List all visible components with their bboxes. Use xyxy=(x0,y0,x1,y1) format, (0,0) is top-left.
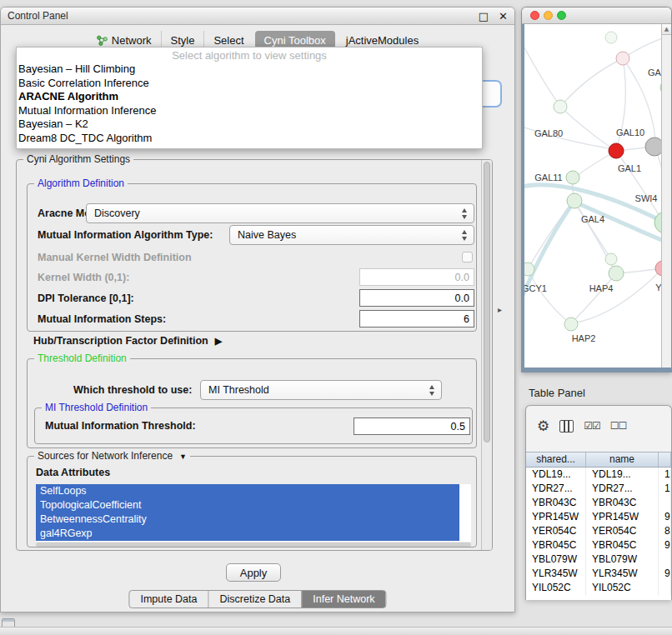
settings-vertical-scrollbar[interactable] xyxy=(481,160,492,550)
sources-toggle[interactable]: Sources for Network Inference▼ xyxy=(34,450,190,463)
table-row[interactable]: YER054CYER054C8. xyxy=(526,524,671,538)
hub-definition-label: Hub/Transcription Factor Definition xyxy=(33,335,208,347)
manual-kernel-checkbox[interactable] xyxy=(462,252,473,262)
data-attribute-item-selfloops[interactable]: SelfLoops xyxy=(36,484,459,498)
aracne-mode-select[interactable]: Discovery xyxy=(86,203,474,223)
table-cell: 12 xyxy=(659,482,671,496)
column-header-shared[interactable]: shared... xyxy=(526,452,586,467)
column-header-blank[interactable] xyxy=(659,452,671,467)
table-cell: YDR27... xyxy=(586,482,659,496)
node-label: Y xyxy=(655,282,661,292)
settings-group-title: Cyni Algorithm Settings xyxy=(23,153,133,166)
network-canvas[interactable]: GAL80GALGAL10GAL11SWI4GAL4GCY1HAP4YHAP2G… xyxy=(524,24,661,368)
data-attribute-item-topologicalcoefficient[interactable]: TopologicalCoefficient xyxy=(36,498,459,512)
algorithm-option-aracne-algorithm[interactable]: ARACNE Algorithm xyxy=(17,90,482,104)
network-node[interactable] xyxy=(645,138,661,156)
table-row[interactable]: YBR045CYBR045C9. xyxy=(526,538,671,552)
table-cell xyxy=(659,552,671,567)
threshold-type-select[interactable]: MI Threshold xyxy=(200,380,442,400)
float-window-icon[interactable]: □ xyxy=(479,10,489,22)
minimize-traffic-light-icon[interactable] xyxy=(544,11,553,20)
mi-type-label: Mutual Information Algorithm Type: xyxy=(38,225,213,245)
node-label: GAL80 xyxy=(534,128,563,138)
algorithm-option-mutual-information-inference[interactable]: Mutual Information Inference xyxy=(17,104,482,118)
mi-steps-input[interactable] xyxy=(359,310,474,328)
table-cell: YER054C xyxy=(526,524,586,538)
dpi-tolerance-label: DPI Tolerance [0,1]: xyxy=(38,288,134,308)
mi-type-value: Naive Bayes xyxy=(238,226,296,244)
table-row[interactable]: YPR145WYPR145W9. xyxy=(526,510,671,524)
cyni-algorithm-settings-group: Cyni Algorithm Settings Algorithm Defini… xyxy=(16,159,493,551)
network-node-gal4[interactable] xyxy=(567,193,582,208)
network-node-swi4[interactable] xyxy=(654,212,661,233)
table-cell: 13 xyxy=(659,468,671,482)
table-cell: YIL052C xyxy=(526,581,586,595)
table-row[interactable]: YBR043CYBR043C xyxy=(526,496,671,510)
table-cell: YDL19... xyxy=(526,468,586,482)
bottom-tab-infer-network[interactable]: Infer Network xyxy=(301,591,385,608)
table-cell: YDL19... xyxy=(586,468,659,482)
algorithm-definition-title: Algorithm Definition xyxy=(34,178,128,190)
column-header-name[interactable]: name xyxy=(586,452,659,467)
scrollbar-thumb[interactable] xyxy=(484,162,490,442)
algorithm-option-bayesian-hill-climbing[interactable]: Bayesian – Hill Climbing xyxy=(17,62,482,77)
algorithm-option-dream8-dc-tdc-algorithm[interactable]: Dream8 DC_TDC Algorithm xyxy=(17,132,482,146)
hub-definition-toggle[interactable]: Hub/Transcription Factor Definition▶ xyxy=(33,335,222,347)
table-row[interactable]: YDR27...YDR27...12 xyxy=(526,482,671,496)
network-node-hap4[interactable] xyxy=(609,266,624,281)
bottom-tab-impute-data[interactable]: Impute Data xyxy=(129,591,208,608)
table-header-row: shared...name xyxy=(526,452,671,468)
table-row[interactable]: YLR345WYLR345W9. xyxy=(526,567,671,581)
gear-icon[interactable]: ⚙ xyxy=(537,419,549,433)
network-window-titlebar xyxy=(522,8,671,24)
table-cell: YBR045C xyxy=(526,538,586,552)
bottom-panel-edge xyxy=(0,627,672,635)
mi-threshold-title: MI Threshold Definition xyxy=(42,402,151,414)
network-node-gcy1[interactable] xyxy=(524,262,534,276)
cyni-bottom-tabs: Impute DataDiscretize DataInfer Network xyxy=(128,590,386,608)
list-horizontal-scrollbar[interactable] xyxy=(36,542,471,547)
deselect-all-columns-icon[interactable]: ☐☐ xyxy=(610,421,627,431)
apply-button[interactable]: Apply xyxy=(226,563,281,582)
close-traffic-light-icon[interactable] xyxy=(530,11,539,20)
network-node-gal80[interactable] xyxy=(554,100,567,113)
scroll-up-icon[interactable]: ▲ xyxy=(662,24,671,35)
data-attributes-label: Data Attributes xyxy=(36,467,110,478)
network-node-gal11[interactable] xyxy=(566,171,579,184)
aracne-mode-value: Discovery xyxy=(94,204,140,222)
select-all-columns-icon[interactable]: ☑☑ xyxy=(584,421,600,431)
algorithm-option-basic-correlation-inference[interactable]: Basic Correlation Inference xyxy=(17,77,482,91)
network-view-window: GAL80GALGAL10GAL11SWI4GAL4GCY1HAP4YHAP2G… xyxy=(521,7,672,372)
zoom-traffic-light-icon[interactable] xyxy=(557,11,566,20)
network-icon xyxy=(97,35,108,46)
data-attribute-item-gal4rgexp[interactable]: gal4RGexp xyxy=(36,527,459,541)
table-cell: YPR145W xyxy=(586,510,659,524)
node-label: HAP2 xyxy=(572,333,596,343)
network-node[interactable] xyxy=(605,32,617,43)
network-node[interactable] xyxy=(605,253,617,265)
network-node-gal10[interactable] xyxy=(609,143,624,158)
network-node-y[interactable] xyxy=(655,261,661,276)
table-row[interactable]: YDL19...YDL19...13 xyxy=(526,468,671,482)
window-title: Control Panel xyxy=(8,8,68,25)
panel-splitter-arrow-icon[interactable]: ▸ xyxy=(498,305,502,314)
tab-label: Select xyxy=(213,34,243,47)
network-node-hap2[interactable] xyxy=(564,318,578,331)
close-window-icon[interactable]: ✕ xyxy=(499,10,508,22)
dpi-tolerance-input[interactable] xyxy=(359,289,474,307)
bottom-tab-discretize-data[interactable]: Discretize Data xyxy=(208,591,302,608)
algorithm-combobox-focus-fragment[interactable] xyxy=(479,80,502,108)
mi-threshold-input[interactable] xyxy=(354,418,470,435)
show-columns-icon[interactable] xyxy=(559,420,574,432)
network-node[interactable] xyxy=(616,52,629,65)
algorithm-option-bayesian-k2[interactable]: Bayesian – K2 xyxy=(17,118,482,132)
mi-algorithm-type-select[interactable]: Naive Bayes xyxy=(229,225,474,245)
kernel-width-input[interactable] xyxy=(359,268,474,286)
network-graph: GAL80GALGAL10GAL11SWI4GAL4GCY1HAP4YHAP2G… xyxy=(524,24,661,368)
table-row[interactable]: YIL052CYIL052C xyxy=(526,581,671,595)
node-label: GAL11 xyxy=(534,172,562,182)
table-cell: 9. xyxy=(659,538,671,552)
table-row[interactable]: YBL079WYBL079W xyxy=(526,552,671,567)
network-vertical-scrollbar[interactable]: ▲ xyxy=(661,24,671,368)
data-attribute-item-betweennesscentrality[interactable]: BetweennessCentrality xyxy=(36,512,459,527)
